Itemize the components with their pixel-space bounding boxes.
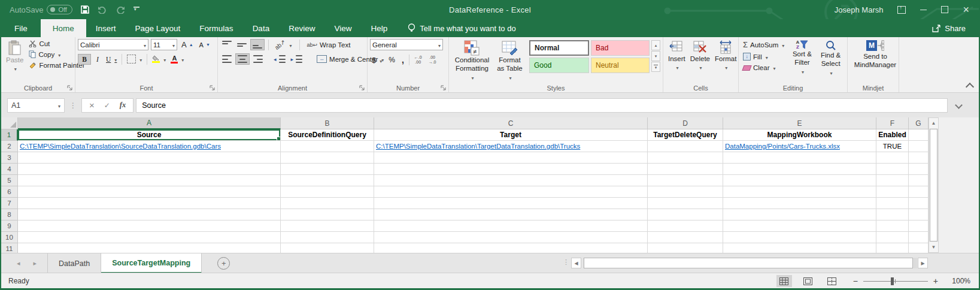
row-header[interactable]: 9	[1, 220, 18, 232]
column-header-c[interactable]: C	[374, 117, 648, 129]
ribbon-display-options-button[interactable]	[897, 6, 906, 14]
select-all-corner[interactable]	[1, 117, 18, 129]
cell[interactable]	[909, 152, 929, 164]
cell[interactable]	[723, 186, 876, 198]
column-header-g[interactable]: G	[909, 117, 929, 129]
cell[interactable]	[723, 164, 876, 175]
insert-function-button[interactable]: fx	[120, 101, 126, 110]
tab-insert[interactable]: Insert	[86, 19, 126, 37]
cell[interactable]	[18, 220, 281, 232]
cell[interactable]	[648, 175, 723, 186]
tab-formulas[interactable]: Formulas	[190, 19, 242, 37]
decrease-indent-button[interactable]: ◂	[272, 54, 287, 64]
cell[interactable]	[909, 232, 929, 243]
row-header[interactable]: 2	[1, 141, 18, 152]
cell[interactable]	[18, 186, 281, 198]
save-button[interactable]	[81, 5, 89, 14]
cell-a1-selected[interactable]: Source	[18, 129, 281, 141]
horizontal-scroll-thumb[interactable]	[584, 258, 913, 268]
cell[interactable]	[723, 175, 876, 186]
row-header[interactable]: 7	[1, 198, 18, 209]
cell[interactable]	[648, 232, 723, 243]
row-header[interactable]: 10	[1, 232, 18, 243]
cell[interactable]	[909, 129, 929, 141]
cell[interactable]	[18, 175, 281, 186]
column-header-e[interactable]: E	[723, 117, 876, 129]
wrap-text-button[interactable]: ab↩ Wrap Text	[305, 40, 353, 50]
tab-data[interactable]: Data	[243, 19, 280, 37]
cell[interactable]	[281, 198, 374, 209]
cell[interactable]	[723, 198, 876, 209]
autosave-toggle[interactable]: AutoSave Off	[10, 5, 72, 14]
page-layout-view-button[interactable]	[800, 275, 816, 287]
increase-indent-button[interactable]: ▸	[289, 54, 305, 64]
cell[interactable]	[374, 232, 648, 243]
bold-button[interactable]: B	[78, 54, 91, 65]
redo-button[interactable]	[116, 6, 125, 14]
scroll-left-icon[interactable]: ◀	[571, 258, 581, 268]
cell[interactable]	[281, 152, 374, 164]
style-neutral[interactable]: Neutral	[591, 58, 650, 73]
cell[interactable]	[876, 220, 909, 232]
cell[interactable]	[374, 164, 648, 175]
close-button[interactable]: ×	[963, 4, 969, 15]
fill-color-button[interactable]	[150, 54, 168, 64]
cell[interactable]	[374, 198, 648, 209]
cell[interactable]	[723, 232, 876, 243]
clear-button[interactable]: Clear	[741, 63, 788, 72]
font-size-combo[interactable]: 11	[151, 39, 177, 50]
row-header[interactable]: 4	[1, 164, 18, 175]
accounting-format-button[interactable]: $	[370, 55, 384, 66]
cell[interactable]	[909, 164, 929, 175]
middle-align-button[interactable]	[235, 40, 248, 50]
row-header[interactable]: 8	[1, 209, 18, 220]
user-name[interactable]: Joseph Marsh	[835, 5, 884, 14]
cell[interactable]	[876, 243, 909, 253]
cell[interactable]: SourceDefinitionQuery	[281, 129, 374, 141]
tab-review[interactable]: Review	[279, 19, 324, 37]
cell[interactable]	[374, 186, 648, 198]
cell[interactable]	[648, 243, 723, 253]
cell[interactable]	[909, 175, 929, 186]
comma-style-button[interactable]: ,	[400, 54, 406, 66]
styles-scroll-down-icon[interactable]: ▾	[651, 51, 660, 61]
cell[interactable]	[723, 220, 876, 232]
style-normal[interactable]: Normal	[529, 40, 589, 56]
previous-sheet-icon[interactable]: ◂	[17, 259, 20, 267]
sheet-tab-sourcetargetmapping[interactable]: SourceTargetMapping	[101, 253, 202, 273]
zoom-level[interactable]: 100%	[946, 277, 970, 285]
increase-decimal-button[interactable]: ←.0 .00	[412, 54, 424, 65]
number-dialog-launcher[interactable]	[441, 85, 447, 91]
scroll-right-icon[interactable]: ▶	[918, 258, 928, 268]
cell[interactable]	[281, 164, 374, 175]
cell[interactable]	[18, 209, 281, 220]
collapse-ribbon-icon[interactable]	[966, 83, 974, 91]
scroll-down-icon[interactable]: ▼	[929, 242, 938, 252]
delete-cells-button[interactable]: Delete	[688, 39, 712, 73]
autosum-button[interactable]: Σ AutoSum	[741, 39, 788, 50]
column-header-d[interactable]: D	[648, 117, 723, 129]
cell[interactable]	[876, 152, 909, 164]
cell[interactable]	[876, 198, 909, 209]
cell[interactable]	[876, 186, 909, 198]
fill-button[interactable]: ↓ Fill	[741, 52, 788, 62]
name-box[interactable]: A1	[7, 98, 65, 113]
row-header[interactable]: 3	[1, 152, 18, 164]
column-header-b[interactable]: B	[281, 117, 374, 129]
format-cells-button[interactable]: Format	[712, 39, 739, 73]
cell[interactable]	[18, 243, 281, 253]
row-header[interactable]: 6	[1, 186, 18, 198]
paste-button[interactable]: Paste	[4, 39, 26, 74]
share-button[interactable]: Share	[932, 19, 979, 37]
vertical-scroll-thumb[interactable]	[930, 129, 937, 241]
cell[interactable]	[281, 175, 374, 186]
cell[interactable]	[648, 141, 723, 152]
cell[interactable]	[281, 186, 374, 198]
styles-gallery-expand-icon[interactable]: ▾	[651, 62, 660, 72]
bottom-align-button[interactable]	[250, 39, 265, 50]
next-sheet-icon[interactable]: ▸	[34, 259, 37, 267]
clipboard-dialog-launcher[interactable]	[67, 85, 73, 91]
insert-cells-button[interactable]: Insert	[666, 39, 688, 73]
formula-input[interactable]: Source	[136, 98, 948, 113]
cell[interactable]	[648, 186, 723, 198]
